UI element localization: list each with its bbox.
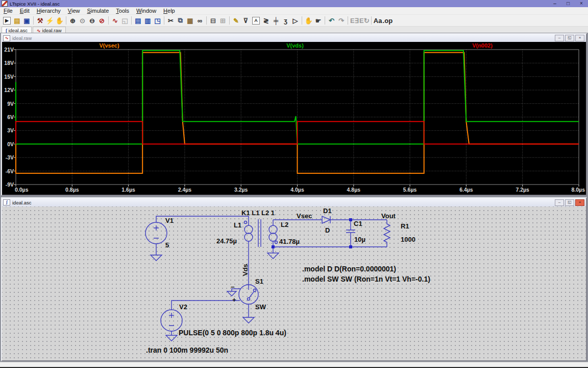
x-axis-tick-label[interactable]: 4.8µs [340, 187, 368, 193]
label-v2-value[interactable]: PULSE(0 5 0 800p 800p 1.8u 4u) [179, 329, 286, 337]
schematic-minimize-button[interactable]: – [555, 199, 564, 206]
label-directive-model-sw[interactable]: .model SW SW (Ron=1n Vt=1 Vh=-0.1) [302, 275, 430, 283]
menu-hierarchy[interactable]: Hierarchy [33, 8, 64, 14]
label-directive-model-d[interactable]: .model D D(Ron=0.0000001) [302, 265, 396, 273]
menu-window[interactable]: Window [133, 8, 160, 14]
label-d1-model[interactable]: D [325, 226, 330, 234]
label-c1-value[interactable]: 10µ [354, 236, 365, 243]
waveform-window-titlebar[interactable]: ∿ ideal.raw – ◱ × [2, 34, 586, 42]
x-axis-tick-label[interactable]: 8.0µs [557, 187, 585, 193]
label-d1-name[interactable]: D1 [323, 207, 332, 215]
label-r1-value[interactable]: 1000 [401, 236, 415, 243]
ground-icon[interactable]: ⊽ [241, 16, 251, 25]
x-axis-tick-label[interactable]: 2.4µs [171, 187, 199, 193]
cut-icon[interactable]: ✂ [166, 16, 176, 25]
label-net-vout[interactable]: Vout [381, 212, 396, 220]
new-schematic-icon[interactable]: ▶ [3, 17, 11, 25]
trace-label-V(vsec)[interactable]: V(vsec) [89, 42, 130, 49]
menu-edit[interactable]: Edit [16, 8, 33, 14]
label-coupling-directive[interactable]: K1 L1 L2 1 [241, 209, 275, 217]
component-transformer[interactable] [244, 219, 278, 247]
waveform-plot-area[interactable]: V(vsec)V(vds)V(n002)21V18V15V12V9V6V3V0V… [2, 42, 586, 195]
x-axis-tick-label[interactable]: 7.2µs [509, 187, 536, 193]
rotate-icon[interactable]: E↻ [359, 16, 370, 25]
paste-icon[interactable]: ▦ [185, 16, 195, 25]
y-axis-tick-label[interactable]: 15V [2, 74, 14, 80]
schematic-close-button[interactable]: × [575, 199, 584, 206]
diode-icon[interactable]: ▷ [290, 16, 300, 25]
tile-vertical-icon[interactable]: ▥ [143, 16, 153, 25]
label-c1-name[interactable]: C1 [354, 220, 362, 227]
x-axis-tick-label[interactable]: 4.0µs [284, 187, 311, 193]
label-directive-tran[interactable]: .tran 0 100m 99992u 50n [146, 346, 228, 354]
capacitor-icon[interactable]: ╪ [271, 16, 281, 25]
cascade-windows-icon[interactable]: ◳ [153, 16, 162, 25]
waveform-traces[interactable] [2, 42, 586, 195]
waveform-close-button[interactable]: × [575, 35, 584, 41]
zoom-full-extents-icon[interactable]: ⊘ [97, 16, 107, 25]
menu-simulate[interactable]: Simulate [83, 8, 112, 14]
x-axis-tick-label[interactable]: 6.4µs [452, 187, 480, 193]
move-icon[interactable]: ✋ [304, 16, 313, 25]
label-net-vds[interactable]: Vds [241, 264, 249, 276]
label-l1-value[interactable]: 24.75µ [216, 237, 237, 245]
redo-icon[interactable]: ↷ [336, 16, 346, 25]
schematic-window-titlebar[interactable]: ∫ ideal.asc – ◱ × [2, 198, 586, 206]
label-r1-name[interactable]: R1 [401, 222, 409, 230]
plot-pane-icon[interactable]: ∿ [110, 16, 120, 25]
trace-label-V(vds)[interactable]: V(vds) [275, 42, 315, 49]
copy-icon[interactable]: ⧉ [176, 16, 185, 25]
zoom-back-icon[interactable]: ⊙ [78, 16, 87, 25]
y-axis-tick-label[interactable]: -3V [2, 154, 14, 160]
menu-file[interactable]: File [0, 8, 16, 14]
run-icon[interactable]: ⚡ [45, 16, 55, 25]
menu-help[interactable]: Help [160, 8, 179, 14]
open-file-icon[interactable]: ▤ [12, 16, 22, 25]
find-icon[interactable]: ∞ [195, 16, 205, 25]
inductor-icon[interactable]: ʒ [281, 16, 290, 25]
x-axis-tick-label[interactable]: 3.2µs [227, 187, 255, 193]
label-s1-name[interactable]: S1 [255, 278, 263, 285]
y-axis-tick-label[interactable]: -9V [2, 181, 14, 188]
maximize-button[interactable]: □ [561, 0, 575, 7]
x-axis-tick-label[interactable]: 5.6µs [396, 187, 424, 193]
print-preview-icon[interactable]: ⊞ [218, 16, 228, 25]
menu-tools[interactable]: Tools [112, 8, 133, 14]
secondary-ground[interactable] [267, 247, 387, 259]
drag-icon[interactable]: ☛ [313, 16, 323, 25]
mirror-icon[interactable]: E∃ [350, 16, 359, 25]
trace-label-V(n002)[interactable]: V(n002) [462, 42, 503, 49]
y-axis-tick-label[interactable]: 12V [2, 87, 14, 93]
label-v1-value[interactable]: 5 [165, 241, 169, 249]
schematic-canvas[interactable]: V1 5 K1 L1 L2 1 L1 24.75µ L2 41.78µ Vsec… [2, 206, 586, 360]
y-axis-tick-label[interactable]: 0V [2, 141, 14, 147]
x-axis-tick-label[interactable]: 0.0µs [15, 187, 42, 193]
undo-icon[interactable]: ↶ [327, 16, 336, 25]
y-axis-tick-label[interactable]: 21V [2, 47, 14, 53]
spice-directive-icon[interactable]: .op [383, 16, 393, 25]
y-axis-tick-label[interactable]: 9V [2, 101, 14, 107]
y-axis-tick-label[interactable]: 18V [2, 60, 14, 66]
waveform-minimize-button[interactable]: – [555, 35, 564, 41]
y-axis-tick-label[interactable]: -6V [2, 168, 14, 174]
component-d1[interactable] [273, 216, 387, 223]
schematic-restore-button[interactable]: ◱ [565, 199, 574, 206]
x-axis-tick-label[interactable]: 0.8µs [58, 187, 86, 193]
label-net-vsec[interactable]: Vsec [297, 212, 312, 220]
print-icon[interactable]: ⊟ [208, 16, 218, 25]
zoom-in-icon[interactable]: ⊕ [68, 16, 78, 25]
tile-horizontal-icon[interactable]: ▤ [133, 16, 143, 25]
text-icon[interactable]: Aa [373, 16, 383, 25]
menu-view[interactable]: View [64, 8, 84, 14]
component-r1[interactable] [384, 220, 390, 247]
label-s1-model[interactable]: SW [255, 303, 266, 311]
autorange-icon[interactable]: ◱ [120, 16, 130, 25]
label-l2-value[interactable]: 41.78µ [279, 238, 300, 245]
minimize-button[interactable]: – [548, 0, 561, 7]
label-v2-name[interactable]: V2 [179, 303, 187, 311]
resistor-icon[interactable]: ≷ [261, 16, 271, 25]
y-axis-tick-label[interactable]: 3V [2, 127, 14, 133]
wire-icon[interactable]: ✎ [231, 16, 241, 25]
x-axis-tick-label[interactable]: 1.6µs [115, 187, 142, 193]
close-button[interactable]: × [575, 0, 588, 7]
